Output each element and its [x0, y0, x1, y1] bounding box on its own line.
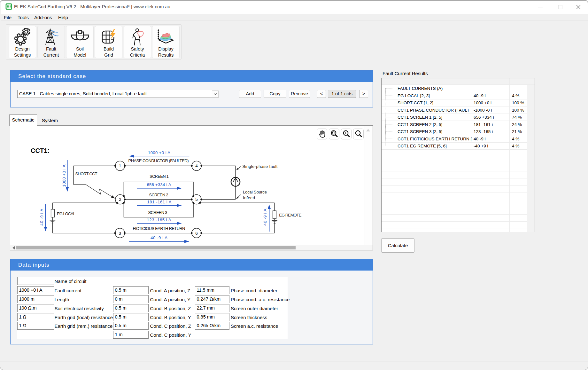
svg-text:FICTICIOUS EARTH RETURN: FICTICIOUS EARTH RETURN	[133, 226, 185, 231]
svg-text:1000 +0 i A: 1000 +0 i A	[62, 164, 66, 187]
svg-text:656 +334 i A: 656 +334 i A	[147, 182, 171, 187]
svg-text:100 %: 100 %	[512, 108, 524, 113]
svg-text:PHASE CONDUCTOR (FAULTED): PHASE CONDUCTOR (FAULTED)	[128, 158, 189, 163]
svg-text:CCT1 EG REMOTE [5, 6]: CCT1 EG REMOTE [5, 6]	[398, 144, 447, 148]
svg-text:181 -161 i: 181 -161 i	[474, 122, 493, 127]
svg-text:Single-phase fault: Single-phase fault	[242, 164, 277, 169]
svg-text:74 %: 74 %	[512, 115, 522, 120]
svg-text:40 -9 i A: 40 -9 i A	[263, 209, 267, 225]
svg-text:4 %: 4 %	[512, 144, 519, 148]
svg-text:EG LOCAL [2, 3]: EG LOCAL [2, 3]	[398, 93, 430, 98]
svg-text:CCT1 SCREEN 1 [2, 5]: CCT1 SCREEN 1 [2, 5]	[398, 115, 442, 120]
svg-text:FAULT CURRENTS (A): FAULT CURRENTS (A)	[398, 86, 443, 91]
svg-text:4 %: 4 %	[512, 93, 519, 98]
svg-text:Infeed: Infeed	[243, 195, 255, 200]
svg-text:CCT1 PHASE CONDUCTOR (FAULT: CCT1 PHASE CONDUCTOR (FAULT	[398, 108, 469, 113]
svg-text:-40 +9 i: -40 +9 i	[474, 144, 488, 148]
svg-text:24 %: 24 %	[512, 122, 522, 127]
svg-text:SCREEN 3: SCREEN 3	[148, 210, 167, 215]
svg-text:100 %: 100 %	[512, 100, 524, 105]
svg-text:1000 +0 i A: 1000 +0 i A	[148, 150, 170, 155]
svg-text:123 -165 i A: 123 -165 i A	[147, 217, 171, 222]
svg-text:3: 3	[119, 231, 121, 236]
svg-text:21 %: 21 %	[512, 129, 522, 134]
svg-text:CCT1:: CCT1:	[31, 147, 50, 154]
svg-text:CCT1 SCREEN 3 [2, 5]: CCT1 SCREEN 3 [2, 5]	[398, 129, 442, 134]
svg-text:656 +334 i: 656 +334 i	[474, 115, 494, 120]
svg-text:SCREEN 2: SCREEN 2	[149, 193, 168, 197]
svg-text:1000 +0 i: 1000 +0 i	[474, 100, 491, 105]
svg-text:SHORT-CCT [1, 2]: SHORT-CCT [1, 2]	[398, 100, 433, 105]
svg-text:123 -165 i: 123 -165 i	[474, 129, 493, 134]
svg-text:EG LOCAL: EG LOCAL	[57, 211, 75, 216]
svg-text:4: 4	[195, 163, 198, 168]
svg-text:40 -9 i: 40 -9 i	[474, 93, 486, 98]
svg-text:SCREEN 1: SCREEN 1	[150, 174, 169, 179]
svg-text:40 -9 i: 40 -9 i	[474, 137, 486, 141]
svg-text:Local Source: Local Source	[243, 190, 267, 194]
svg-text:5: 5	[195, 197, 198, 202]
svg-text:1: 1	[119, 163, 121, 168]
svg-text:181 -161 i A: 181 -161 i A	[147, 200, 172, 204]
svg-text:-1000 -0 i: -1000 -0 i	[474, 108, 492, 113]
svg-text:40 -9 i A: 40 -9 i A	[151, 235, 167, 240]
svg-text:EG REMOTE: EG REMOTE	[279, 213, 301, 217]
svg-text:2: 2	[119, 197, 121, 202]
svg-text:4 %: 4 %	[512, 137, 519, 141]
svg-text:40 -9 i A: 40 -9 i A	[39, 209, 44, 225]
svg-text:CCT1 FICTICIOUS EARTH RETURN [: CCT1 FICTICIOUS EARTH RETURN [	[398, 137, 472, 141]
svg-text:SHORT-CCT: SHORT-CCT	[75, 171, 97, 176]
svg-text:CCT1 SCREEN 2 [2, 5]: CCT1 SCREEN 2 [2, 5]	[398, 122, 442, 127]
svg-text:6: 6	[195, 231, 198, 236]
